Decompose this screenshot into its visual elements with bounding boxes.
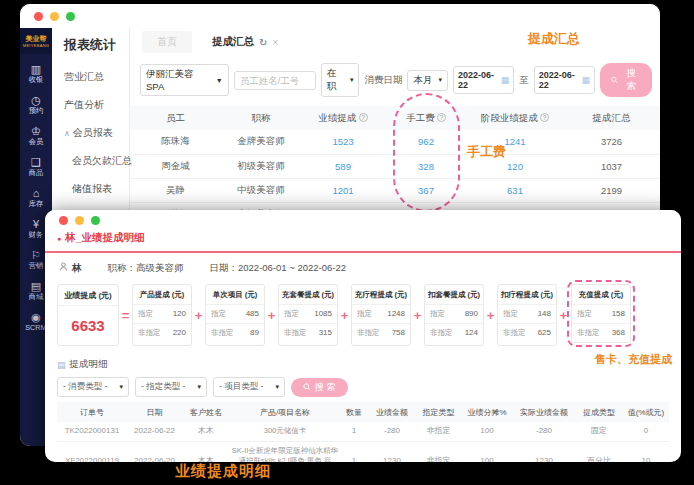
chevron-down-icon: ▾ <box>275 383 279 391</box>
menu-item-business-summary[interactable]: 营业汇总 <box>64 70 129 84</box>
appointment-icon: ◷ <box>31 94 41 106</box>
course-recharge-card: 充疗程提成 (元) 指定1248 非指定758 <box>351 284 411 346</box>
employee-name: 林 <box>72 262 82 273</box>
col-commission-type: 提成类型 <box>575 402 623 422</box>
titlebar <box>20 4 660 28</box>
info-icon[interactable]: ? <box>540 113 549 122</box>
detail-filter-bar: - 消费类型 - ▾ - 指定类型 - ▾ - 项目类型 - ▾ 搜 索 <box>45 374 681 402</box>
sidebar-item-cashier[interactable]: ▥ 收银 <box>28 63 44 85</box>
stage-commission-link[interactable]: 120 <box>467 154 563 178</box>
sidebar-item-marketing[interactable]: ⚐ 营销 <box>28 249 44 271</box>
plus-operator: + <box>338 284 351 346</box>
col-date: 日期 <box>127 402 182 422</box>
order-no: TK2022000131 <box>57 422 127 441</box>
detail-search-button[interactable]: 搜 索 <box>291 378 348 397</box>
customer-name: 木木 <box>182 441 230 462</box>
total-commission-value: 6633 <box>58 306 118 345</box>
sidebar-item-appointment[interactable]: ◷ 预约 <box>28 94 44 116</box>
detail-section-header: ▤ 提成明细 <box>45 352 681 374</box>
date-from-input[interactable]: 2022-06-22 ▦ <box>453 66 514 94</box>
detail-row: TK2022000131 2022-06-22 木木 300元储值卡 1 -28… <box>57 422 669 441</box>
plus-operator: + <box>192 284 205 346</box>
detail-window-title: 林_业绩提成明细 <box>65 231 144 245</box>
manual-fee-link[interactable]: 328 <box>385 154 467 178</box>
item-type-select[interactable]: - 项目类型 - ▾ <box>213 377 285 397</box>
detail-section-title: 提成明细 <box>70 358 108 371</box>
date-range: 日期：2022-06-01 ~ 2022-06-22 <box>210 262 347 275</box>
menu-item-output-analysis[interactable]: 产值分析 <box>64 98 129 112</box>
consume-type-select[interactable]: - 消费类型 - ▾ <box>57 377 129 397</box>
col-total: 提成汇总 <box>563 106 660 130</box>
menu-item-stored-value-report[interactable]: 储值报表 <box>64 182 129 196</box>
col-assign-type: 指定类型 <box>416 402 461 422</box>
close-window-button[interactable] <box>59 216 68 225</box>
sidebar-item-inventory[interactable]: ⌂ 库存 <box>28 187 44 209</box>
quantity: 1 <box>340 441 368 462</box>
refresh-icon[interactable]: ↻ <box>259 37 267 48</box>
date-to-input[interactable]: 2022-06-22 ▦ <box>534 66 595 94</box>
product-name: SK-II全新虎年限定版神仙水精华液护肤skils k2 [颜色:黑色 容积:2… <box>230 441 340 462</box>
info-icon[interactable]: ? <box>359 113 368 122</box>
col-actual-amount: 实际业绩金额 <box>513 402 575 422</box>
close-window-button[interactable] <box>34 12 43 21</box>
finance-icon: ¥ <box>33 218 39 230</box>
commission-type: 固定 <box>575 422 623 441</box>
col-product: 产品/项目名称 <box>230 402 340 422</box>
recharge-commission-highlight: 充值提成 (元) 指定158 非指定368 <box>567 280 635 347</box>
cashier-icon: ▥ <box>31 63 41 75</box>
employee-search-input[interactable] <box>234 71 316 90</box>
tab-bar: 首页 提成汇总 ↻ × <box>130 28 660 56</box>
menu-item-member-arrears[interactable]: 会员欠款汇总 <box>64 154 129 168</box>
menu-item-member-reports[interactable]: ∧会员报表 <box>64 126 129 140</box>
manual-fee-link[interactable]: 962 <box>385 130 467 154</box>
info-icon[interactable]: ? <box>437 113 446 122</box>
stage-commission-link[interactable]: 631 <box>467 178 563 202</box>
col-qty: 数量 <box>340 402 368 422</box>
package-recharge-card: 充套餐提成 (元) 指定1085 非指定315 <box>278 284 338 346</box>
customer-name: 木木 <box>182 422 230 441</box>
tab-commission-summary[interactable]: 提成汇总 ↻ × <box>202 31 288 53</box>
maximize-window-button[interactable] <box>91 216 100 225</box>
sidebar-item-finance[interactable]: ¥ 财务 <box>28 218 44 240</box>
col-title: 职称 <box>221 106 301 130</box>
detail-header-row: 订单号 日期 客户姓名 产品/项目名称 数量 业绩金额 指定类型 业绩分摊% 实… <box>57 402 669 422</box>
document-icon: ▤ <box>57 360 66 370</box>
recharge-commission-card: 充值提成 (元) 指定158 非指定368 <box>571 284 631 343</box>
logo-text: 美业帮 <box>26 35 47 43</box>
plus-operator: + <box>265 284 278 346</box>
calendar-icon: ▦ <box>501 75 510 85</box>
period-select[interactable]: 本月 ▾ <box>407 70 448 91</box>
col-customer: 客户姓名 <box>182 402 230 422</box>
tab-home[interactable]: 首页 <box>142 31 192 53</box>
sidebar-item-mall[interactable]: ▤ 商城 <box>28 280 44 302</box>
collapse-icon: ∧ <box>64 129 70 138</box>
bullet-icon: ● <box>57 235 61 242</box>
assign-type-select[interactable]: - 指定类型 - ▾ <box>135 377 207 397</box>
perf-commission-link[interactable]: 589 <box>301 154 385 178</box>
close-tab-icon[interactable]: × <box>272 37 278 48</box>
stage-commission-link[interactable]: 1241 <box>467 130 563 154</box>
commission-total: 1037 <box>563 154 660 178</box>
maximize-window-button[interactable] <box>66 12 75 21</box>
assign-type: 非指定 <box>416 422 461 441</box>
mall-icon: ▤ <box>31 280 41 292</box>
commission-value: 0 <box>623 422 669 441</box>
search-button[interactable]: 搜 索 <box>600 63 652 97</box>
perf-commission-link[interactable]: 1523 <box>301 130 385 154</box>
goods-icon: ❑ <box>31 156 41 168</box>
inventory-icon: ⌂ <box>33 187 40 199</box>
logo-subtext: MEIYEBANG <box>23 43 49 48</box>
date-type-label: 消费日期 <box>364 74 402 87</box>
order-date: 2022-06-20 <box>127 441 182 462</box>
minimize-window-button[interactable] <box>50 12 59 21</box>
manual-fee-link[interactable]: 367 <box>385 178 467 202</box>
sidebar-item-goods[interactable]: ❑ 商品 <box>28 156 44 178</box>
sidebar-item-member[interactable]: ♔ 会员 <box>28 125 44 147</box>
person-icon <box>59 262 68 271</box>
store-select[interactable]: 伊丽汇美容SPA ▼ <box>140 64 229 96</box>
minimize-window-button[interactable] <box>75 216 84 225</box>
table-row: 吴静 中级美容师 1201 367 631 2199 <box>130 178 660 202</box>
perf-commission-link[interactable]: 1201 <box>301 178 385 202</box>
status-select[interactable]: 在职 ▾ <box>321 63 360 97</box>
chevron-down-icon: ▾ <box>350 76 354 84</box>
